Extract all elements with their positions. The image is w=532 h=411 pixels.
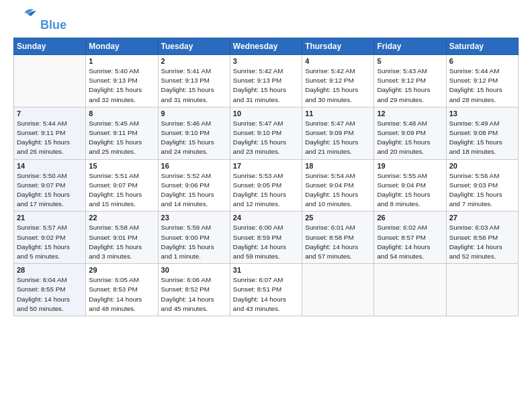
calendar-week-row: 14Sunrise: 5:50 AM Sunset: 9:07 PM Dayli… [14, 159, 519, 212]
day-info: Sunrise: 5:47 AM Sunset: 9:10 PM Dayligh… [233, 119, 299, 157]
calendar-cell: 3Sunrise: 5:42 AM Sunset: 9:13 PM Daylig… [230, 55, 302, 107]
day-info: Sunrise: 6:06 AM Sunset: 8:52 PM Dayligh… [161, 275, 227, 314]
day-info: Sunrise: 5:48 AM Sunset: 9:09 PM Dayligh… [377, 119, 443, 157]
day-info: Sunrise: 5:43 AM Sunset: 9:12 PM Dayligh… [377, 66, 443, 105]
calendar-cell: 1Sunrise: 5:40 AM Sunset: 9:13 PM Daylig… [86, 55, 158, 107]
calendar-cell [14, 55, 86, 107]
day-info: Sunrise: 5:49 AM Sunset: 9:08 PM Dayligh… [449, 119, 515, 157]
day-info: Sunrise: 5:44 AM Sunset: 9:12 PM Dayligh… [449, 66, 515, 105]
day-info: Sunrise: 6:04 AM Sunset: 8:55 PM Dayligh… [17, 275, 83, 314]
calendar-cell: 28Sunrise: 6:04 AM Sunset: 8:55 PM Dayli… [14, 264, 86, 316]
day-info: Sunrise: 6:05 AM Sunset: 8:53 PM Dayligh… [89, 275, 154, 314]
calendar-cell [446, 264, 518, 316]
calendar-cell: 15Sunrise: 5:51 AM Sunset: 9:07 PM Dayli… [86, 159, 158, 212]
day-number: 8 [89, 109, 154, 118]
day-info: Sunrise: 6:07 AM Sunset: 8:51 PM Dayligh… [233, 275, 299, 314]
day-info: Sunrise: 6:00 AM Sunset: 8:59 PM Dayligh… [233, 223, 299, 261]
calendar-cell: 10Sunrise: 5:47 AM Sunset: 9:10 PM Dayli… [230, 107, 302, 159]
calendar-cell: 25Sunrise: 6:01 AM Sunset: 8:58 PM Dayli… [302, 212, 374, 264]
day-number: 14 [17, 162, 83, 170]
day-info: Sunrise: 5:41 AM Sunset: 9:13 PM Dayligh… [161, 66, 227, 105]
day-number: 30 [161, 266, 227, 274]
day-number: 22 [89, 214, 154, 222]
calendar-cell: 24Sunrise: 6:00 AM Sunset: 8:59 PM Dayli… [230, 212, 302, 264]
day-number: 23 [161, 214, 227, 222]
day-number: 13 [449, 109, 515, 118]
logo: Blue [13, 12, 66, 31]
calendar-cell: 27Sunrise: 6:03 AM Sunset: 8:56 PM Dayli… [446, 212, 518, 264]
day-number: 19 [377, 162, 443, 170]
calendar-cell [302, 264, 374, 316]
col-header-saturday: Saturday [446, 38, 518, 55]
calendar-cell: 4Sunrise: 5:42 AM Sunset: 9:12 PM Daylig… [302, 55, 374, 107]
day-number: 15 [89, 162, 154, 170]
col-header-thursday: Thursday [302, 38, 374, 55]
day-info: Sunrise: 5:42 AM Sunset: 9:13 PM Dayligh… [233, 66, 299, 105]
day-number: 29 [89, 266, 154, 274]
calendar-cell: 7Sunrise: 5:44 AM Sunset: 9:11 PM Daylig… [14, 107, 86, 159]
day-number: 16 [161, 162, 227, 170]
logo-blue-line: Blue [13, 19, 66, 31]
day-number: 3 [233, 57, 299, 65]
calendar-cell: 31Sunrise: 6:07 AM Sunset: 8:51 PM Dayli… [230, 264, 302, 316]
day-number: 28 [17, 266, 83, 274]
calendar-cell: 5Sunrise: 5:43 AM Sunset: 9:12 PM Daylig… [374, 55, 446, 107]
day-number: 10 [233, 109, 299, 118]
calendar-cell: 22Sunrise: 5:58 AM Sunset: 9:01 PM Dayli… [86, 212, 158, 264]
calendar-week-row: 21Sunrise: 5:57 AM Sunset: 9:02 PM Dayli… [14, 212, 519, 264]
calendar-week-row: 7Sunrise: 5:44 AM Sunset: 9:11 PM Daylig… [14, 107, 519, 159]
day-info: Sunrise: 5:57 AM Sunset: 9:02 PM Dayligh… [17, 223, 83, 261]
day-number: 11 [305, 109, 371, 118]
day-number: 1 [89, 57, 154, 65]
day-number: 21 [17, 214, 83, 222]
calendar-cell: 20Sunrise: 5:56 AM Sunset: 9:03 PM Dayli… [446, 159, 518, 212]
day-info: Sunrise: 5:46 AM Sunset: 9:10 PM Dayligh… [161, 119, 227, 157]
day-number: 17 [233, 162, 299, 170]
calendar-cell: 30Sunrise: 6:06 AM Sunset: 8:52 PM Dayli… [158, 264, 230, 316]
col-header-tuesday: Tuesday [158, 38, 230, 55]
day-info: Sunrise: 5:51 AM Sunset: 9:07 PM Dayligh… [89, 171, 154, 210]
calendar-cell: 29Sunrise: 6:05 AM Sunset: 8:53 PM Dayli… [86, 264, 158, 316]
calendar-cell: 26Sunrise: 6:02 AM Sunset: 8:57 PM Dayli… [374, 212, 446, 264]
day-number: 12 [377, 109, 443, 118]
day-info: Sunrise: 5:56 AM Sunset: 9:03 PM Dayligh… [449, 171, 515, 210]
day-info: Sunrise: 5:55 AM Sunset: 9:04 PM Dayligh… [377, 171, 443, 210]
day-info: Sunrise: 6:03 AM Sunset: 8:56 PM Dayligh… [449, 223, 515, 261]
calendar-cell: 18Sunrise: 5:54 AM Sunset: 9:04 PM Dayli… [302, 159, 374, 212]
day-info: Sunrise: 5:44 AM Sunset: 9:11 PM Dayligh… [17, 119, 83, 157]
day-info: Sunrise: 5:47 AM Sunset: 9:09 PM Dayligh… [305, 119, 371, 157]
day-info: Sunrise: 5:59 AM Sunset: 9:00 PM Dayligh… [161, 223, 227, 261]
col-header-sunday: Sunday [14, 38, 86, 55]
day-number: 26 [377, 214, 443, 222]
day-info: Sunrise: 5:58 AM Sunset: 9:01 PM Dayligh… [89, 223, 154, 261]
day-info: Sunrise: 6:02 AM Sunset: 8:57 PM Dayligh… [377, 223, 443, 261]
day-info: Sunrise: 5:42 AM Sunset: 9:12 PM Dayligh… [305, 66, 371, 105]
day-number: 27 [449, 214, 515, 222]
calendar-cell: 17Sunrise: 5:53 AM Sunset: 9:05 PM Dayli… [230, 159, 302, 212]
calendar-cell: 23Sunrise: 5:59 AM Sunset: 9:00 PM Dayli… [158, 212, 230, 264]
day-number: 9 [161, 109, 227, 118]
day-number: 6 [449, 57, 515, 65]
day-number: 4 [305, 57, 371, 65]
day-info: Sunrise: 5:54 AM Sunset: 9:04 PM Dayligh… [305, 171, 371, 210]
day-number: 2 [161, 57, 227, 65]
calendar-week-row: 1Sunrise: 5:40 AM Sunset: 9:13 PM Daylig… [14, 55, 519, 107]
calendar-cell: 16Sunrise: 5:52 AM Sunset: 9:06 PM Dayli… [158, 159, 230, 212]
calendar-cell: 14Sunrise: 5:50 AM Sunset: 9:07 PM Dayli… [14, 159, 86, 212]
col-header-monday: Monday [86, 38, 158, 55]
calendar-cell: 21Sunrise: 5:57 AM Sunset: 9:02 PM Dayli… [14, 212, 86, 264]
calendar-cell: 6Sunrise: 5:44 AM Sunset: 9:12 PM Daylig… [446, 55, 518, 107]
day-number: 24 [233, 214, 299, 222]
calendar-cell: 2Sunrise: 5:41 AM Sunset: 9:13 PM Daylig… [158, 55, 230, 107]
col-header-wednesday: Wednesday [230, 38, 302, 55]
day-number: 31 [233, 266, 299, 274]
day-info: Sunrise: 6:01 AM Sunset: 8:58 PM Dayligh… [305, 223, 371, 261]
calendar-header-row: SundayMondayTuesdayWednesdayThursdayFrid… [14, 38, 519, 55]
calendar-cell: 13Sunrise: 5:49 AM Sunset: 9:08 PM Dayli… [446, 107, 518, 159]
day-info: Sunrise: 5:52 AM Sunset: 9:06 PM Dayligh… [161, 171, 227, 210]
calendar-cell: 9Sunrise: 5:46 AM Sunset: 9:10 PM Daylig… [158, 107, 230, 159]
calendar-week-row: 28Sunrise: 6:04 AM Sunset: 8:55 PM Dayli… [14, 264, 519, 316]
calendar-cell: 8Sunrise: 5:45 AM Sunset: 9:11 PM Daylig… [86, 107, 158, 159]
calendar-cell [374, 264, 446, 316]
calendar-cell: 19Sunrise: 5:55 AM Sunset: 9:04 PM Dayli… [374, 159, 446, 212]
